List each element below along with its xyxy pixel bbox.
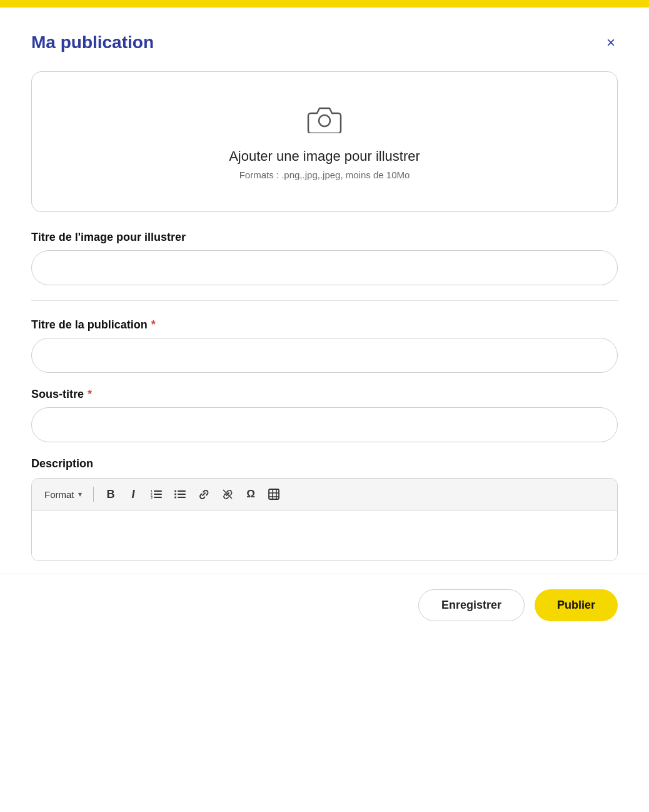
publication-title-section: Titre de la publication * — [31, 318, 618, 373]
publish-button[interactable]: Publier — [535, 589, 618, 621]
upload-sub-text: Formats : .png,.jpg,.jpeg, moins de 10Mo — [239, 170, 410, 180]
editor-toolbar: Format ▾ B I — [32, 479, 617, 510]
svg-point-0 — [319, 115, 330, 126]
bold-button[interactable]: B — [101, 485, 120, 504]
description-label: Description — [31, 457, 618, 470]
section-divider — [31, 300, 618, 301]
format-dropdown[interactable]: Format ▾ — [41, 487, 86, 502]
image-title-input[interactable] — [31, 250, 618, 285]
required-star-title: * — [151, 318, 156, 332]
ordered-list-icon: 1 2 3 — [150, 488, 163, 500]
camera-icon — [307, 103, 342, 138]
table-icon — [268, 488, 280, 500]
description-editor[interactable] — [32, 510, 617, 561]
modal-footer: Enregistrer Publier — [0, 574, 649, 636]
ordered-list-button[interactable]: 1 2 3 — [146, 485, 166, 504]
publication-title-input[interactable] — [31, 338, 618, 373]
image-title-label: Titre de l'image pour illustrer — [31, 231, 618, 244]
close-button[interactable]: × — [604, 33, 618, 53]
link-icon — [198, 488, 210, 500]
omega-button[interactable]: Ω — [241, 485, 260, 504]
upload-main-text: Ajouter une image pour illustrer — [229, 148, 420, 165]
description-section: Description Format ▾ B I — [31, 457, 618, 561]
modal-header: Ma publication × — [31, 33, 618, 53]
format-label: Format — [44, 489, 74, 500]
link-button[interactable] — [194, 485, 214, 504]
svg-point-11 — [174, 494, 176, 495]
toolbar-separator — [93, 487, 94, 502]
italic-button[interactable]: I — [124, 485, 143, 504]
modal-title: Ma publication — [31, 33, 154, 53]
svg-text:3: 3 — [151, 495, 153, 499]
image-title-section: Titre de l'image pour illustrer — [31, 231, 618, 285]
svg-point-10 — [174, 490, 176, 492]
chevron-down-icon: ▾ — [78, 490, 82, 499]
unordered-list-button[interactable] — [170, 485, 190, 504]
svg-point-12 — [174, 497, 176, 499]
publication-title-label: Titre de la publication * — [31, 318, 618, 332]
unordered-list-icon — [174, 488, 186, 500]
editor-box: Format ▾ B I — [31, 478, 618, 561]
required-star-subtitle: * — [88, 388, 92, 401]
image-upload-zone[interactable]: Ajouter une image pour illustrer Formats… — [31, 71, 618, 212]
subtitle-input[interactable] — [31, 407, 618, 442]
subtitle-section: Sous-titre * — [31, 388, 618, 442]
top-bar — [0, 0, 649, 8]
unlink-button[interactable] — [218, 485, 238, 504]
table-button[interactable] — [264, 485, 284, 504]
svg-rect-14 — [269, 489, 279, 499]
unlink-icon — [221, 488, 234, 500]
save-button[interactable]: Enregistrer — [418, 589, 525, 621]
subtitle-label: Sous-titre * — [31, 388, 618, 401]
